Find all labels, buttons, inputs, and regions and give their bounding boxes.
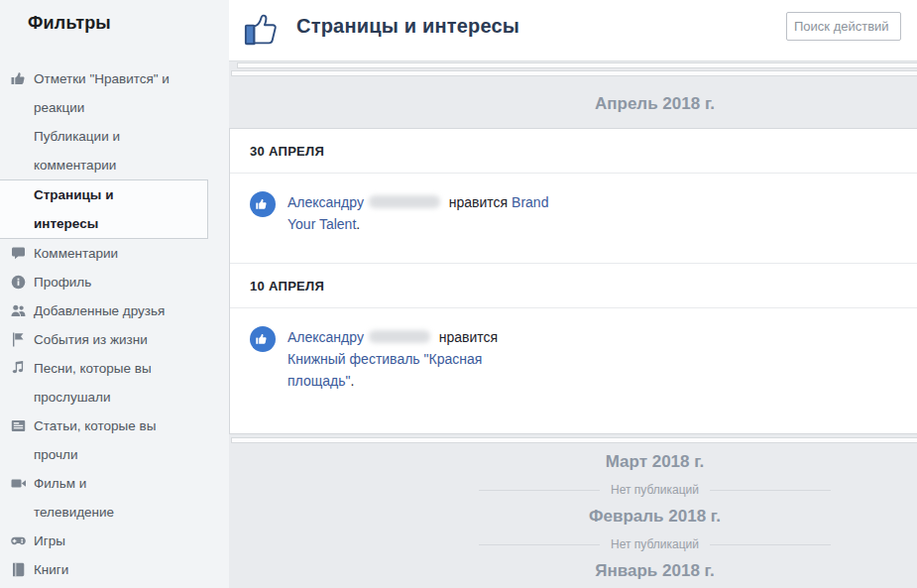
filters-sidebar: Фильтры Отметки "Нравится" и реакцииПубл… — [0, 0, 229, 588]
sidebar-item-3[interactable]: Комментарии — [0, 239, 229, 268]
activity-entry: Александру нравится BrandYour Talent. — [230, 174, 917, 263]
stacked-card-edge — [231, 70, 917, 76]
sidebar-item-label: Добавленные друзья — [34, 303, 165, 318]
entry-plain-text: нравится — [445, 194, 512, 210]
sidebar-item-label: Песни, которые вы прослушали — [34, 361, 152, 405]
no-posts-label: Нет публикаций — [611, 483, 699, 498]
comment-icon — [10, 245, 27, 262]
censored-name — [369, 195, 440, 208]
sidebar-item-7[interactable]: Песни, которые вы прослушали — [0, 354, 229, 412]
day-header: 10 АПРЕЛЯ — [230, 264, 917, 307]
sidebar-item-label: События из жизни — [34, 332, 148, 347]
entry-link[interactable]: площадь" — [287, 373, 350, 389]
censored-name — [369, 330, 430, 343]
entry-link[interactable]: Александру — [287, 194, 364, 210]
thumbs-up-icon — [10, 70, 27, 87]
like-outline-icon — [243, 8, 287, 50]
filter-list: Отметки "Нравится" и реакцииПубликации и… — [0, 64, 229, 584]
entry-link[interactable]: Brand — [512, 194, 548, 210]
page-title: Страницы и интересы — [296, 15, 519, 38]
sidebar-item-8[interactable]: Статьи, которые вы прочли — [0, 412, 229, 469]
like-badge-icon — [250, 191, 276, 217]
sidebar-item-label: Публикации и комментарии — [34, 129, 120, 173]
no-posts-label: Нет публикаций — [611, 537, 699, 552]
month-header: Март 2018 г. — [229, 451, 917, 473]
book-icon — [10, 561, 27, 578]
flag-icon — [10, 331, 27, 348]
sidebar-item-0[interactable]: Отметки "Нравится" и реакции — [0, 64, 229, 122]
entry-text: Александру нравитсяКнижный фестиваль "Кр… — [287, 326, 498, 392]
entry-link[interactable]: Александру — [287, 329, 364, 345]
games-icon — [10, 532, 27, 549]
entry-link[interactable]: Your Talent — [287, 216, 356, 232]
activity-entry: Александру нравитсяКнижный фестиваль "Кр… — [230, 308, 917, 433]
sidebar-item-label: Фильм и телевидение — [34, 476, 114, 520]
sidebar-item-label: Страницы и интересы — [34, 187, 113, 231]
timeline-card: 30 АПРЕЛЯАлександру нравится BrandYour T… — [229, 128, 917, 434]
entry-text: Александру нравится BrandYour Talent. — [287, 191, 548, 235]
sidebar-item-5[interactable]: Добавленные друзья — [0, 296, 229, 325]
sidebar-item-label: Книги — [34, 562, 68, 577]
like-badge-icon — [250, 326, 276, 352]
sidebar-item-9[interactable]: Фильм и телевидение — [0, 469, 229, 527]
activity-log-page: Фильтры Отметки "Нравится" и реакцииПубл… — [0, 0, 917, 588]
sidebar-item-label: Профиль — [34, 275, 91, 290]
music-icon — [10, 360, 27, 377]
topbar: Страницы и интересы — [229, 0, 917, 61]
month-header-current: Апрель 2018 г. — [229, 92, 917, 116]
sidebar-item-4[interactable]: Профиль — [0, 268, 229, 296]
divider — [479, 544, 600, 545]
sidebar-item-label: Комментарии — [34, 246, 118, 261]
sidebar-item-11[interactable]: Книги — [0, 555, 229, 584]
sidebar-item-label: Отметки "Нравится" и реакции — [34, 71, 170, 115]
stacked-card-edge — [237, 62, 917, 68]
day-header: 30 АПРЕЛЯ — [230, 129, 917, 173]
friends-icon — [10, 302, 27, 319]
stacked-card-edge — [231, 437, 917, 443]
month-header: Январь 2018 г. — [229, 560, 917, 582]
sidebar-item-6[interactable]: События из жизни — [0, 325, 229, 354]
no-posts-note: Нет публикаций — [229, 537, 917, 552]
entry-link[interactable]: Книжный фестиваль "Красная — [287, 351, 482, 367]
article-icon — [10, 417, 27, 434]
entry-plain-text: нравится — [435, 329, 498, 345]
search-input[interactable] — [786, 12, 901, 41]
sidebar-item-label: Игры — [34, 533, 65, 548]
entry-plain-text: . — [356, 216, 360, 232]
sidebar-title: Фильтры — [28, 13, 229, 34]
empty-months-section: Март 2018 г.Нет публикацийФевраль 2018 г… — [229, 451, 917, 582]
entry-plain-text: . — [350, 373, 354, 389]
divider — [710, 490, 831, 491]
sidebar-item-10[interactable]: Игры — [0, 527, 229, 555]
divider — [479, 490, 600, 491]
sidebar-item-2[interactable]: Страницы и интересы — [0, 179, 208, 239]
info-icon — [10, 274, 27, 291]
month-header: Февраль 2018 г. — [229, 506, 917, 528]
no-posts-note: Нет публикаций — [229, 483, 917, 498]
sidebar-item-1[interactable]: Публикации и комментарии — [0, 122, 229, 179]
video-icon — [10, 475, 27, 492]
sidebar-item-label: Статьи, которые вы прочли — [34, 418, 156, 462]
main-panel: Страницы и интересы Апрель 2018 г. 30 АП… — [229, 0, 917, 588]
divider — [710, 544, 831, 545]
